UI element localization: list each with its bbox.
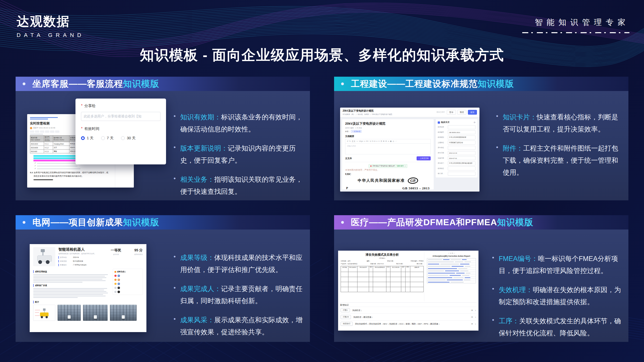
score-value: 95 分 (134, 248, 143, 253)
add-tag-button[interactable]: + 添加标签 (351, 130, 362, 133)
card-field: 标准状态 (438, 166, 475, 170)
field-input[interactable] (448, 166, 475, 170)
panel-medical-fmea: 医疗——产品研发DFMEA和PFMEA知识模版 潜在失效模式及后果分析 （PFM… (334, 215, 628, 342)
bullet-item: •知识有效期：标识该条业务的有效时间，确保活动信息的时效性。 (174, 111, 303, 135)
bullet-list: •知识有效期：标识该条业务的有效时间，确保活动信息的时效性。 •版本更新说明：记… (174, 111, 303, 205)
file-chip[interactable]: 20kV及以下变电所设计规范.pdf ✓ 解析成功 × (369, 164, 408, 168)
doc-caption-bar (30, 134, 43, 134)
row-chip[interactable]: 待添加行 (341, 322, 353, 326)
tag-row: 标签：+ 添加标签 (345, 130, 431, 133)
members-title: 成果完成人 (114, 270, 141, 273)
pfmea-title: 潜在失效模式及后果分析 (341, 253, 424, 257)
bullet-marker: • (174, 142, 176, 166)
radio-selected-icon[interactable] (81, 136, 85, 140)
chevron-right-icon[interactable]: › (475, 316, 476, 319)
field-input[interactable]: 中华人民共和国国家标准 (448, 135, 475, 140)
editor-area[interactable]: 请输入内容 (345, 143, 431, 154)
radio-option-30days[interactable]: 30 天 (121, 136, 136, 141)
panel-body: 20kV及以下变电所设计规范 GC成果库（周） ／ 待分组、待维护 ／ 20kV… (334, 91, 628, 200)
bullet-item: •失效机理：明确潜在失效的根本原因，为制定预防和改进措施提供依据。 (492, 284, 622, 308)
close-icon[interactable]: × (471, 309, 473, 312)
field-input[interactable] (448, 146, 475, 150)
remove-file-icon[interactable]: × (405, 165, 406, 167)
award-stat: 一等奖 获奖等级 (111, 248, 121, 266)
panel-customer-service: 坐席客服——客服流程知识模版 实时按需检测 更新于 2021-06-02 11:… (16, 77, 310, 200)
share-label: 分享给 (84, 104, 96, 108)
brand-logo-cn: 达观数据 (17, 13, 85, 30)
check-line: ✓ (34, 168, 112, 170)
gallery-label: 图片 (33, 301, 143, 303)
award-label: 获奖等级 (111, 253, 121, 256)
bullet-marker: • (492, 284, 494, 308)
draft-button[interactable]: 暂存 (447, 110, 456, 115)
field-input[interactable]: GB 50053-2013 (448, 130, 475, 134)
chevron-right-icon[interactable]: › (475, 323, 476, 325)
close-icon[interactable]: × (471, 322, 473, 325)
time-label: 有效时间 (84, 126, 99, 131)
field-input[interactable] (448, 125, 475, 129)
pfmea-subtitle: （PFMEA） (341, 257, 424, 259)
editor-toolbar[interactable]: ↺ ↻ 正文 ∨ 14px ∨ B I U S A ∨ ≡ ☰ ⊞ ⊟ ∞ ▦ … (345, 139, 431, 143)
app-content: 20kV及以下变电所设计规范 admin 编辑 · ⊙ 8 天前 标签：+ 添加… (340, 117, 479, 192)
avatar (117, 283, 120, 285)
bullet-item: •成果风采：展示成果亮点和实际成效，增强宣传效果，促进经验共享。 (174, 314, 303, 338)
score-label: 成果评审得分 (134, 253, 143, 256)
fmea-table: 过程功能潜在失效模式潜在失效后果SEV潜在失效原因/机理OCC现行过程控制DET… (341, 266, 424, 292)
fmea-row (341, 282, 424, 287)
panel-title-cyan: 知识模版 (123, 217, 159, 227)
bullet-item: •FMEA编号：唯一标识每个FMEA分析项目，便于追踪和管理风险管控过程。 (492, 253, 622, 277)
brand-tagline: 智能知识管理专家 (522, 17, 629, 33)
field-input[interactable] (448, 172, 475, 176)
pager: ‹1 / 5› (427, 252, 476, 254)
refresh-icon[interactable]: ⟳ (474, 121, 475, 124)
preview-button[interactable]: 预览 (457, 110, 466, 115)
fmea-row (341, 277, 424, 282)
upload-button[interactable]: ↑ 上传主文件 (417, 156, 431, 160)
radio-icon[interactable] (101, 136, 105, 140)
share-user-input[interactable]: 此处多选用户，分享给谁谁会收到【知 (81, 112, 160, 121)
pager-prev-icon[interactable]: ‹ (448, 252, 449, 254)
validity-radio-group: 1 天 7 天 30 天 (81, 136, 160, 141)
knowledge-card-header: 知识卡片 ⟳ (438, 121, 475, 124)
time-label-row: *有效时间 (81, 126, 160, 131)
col-header: 版本号Version Number (44, 135, 53, 142)
fmea-row (341, 272, 424, 277)
radio-option-7days[interactable]: 7 天 (101, 136, 114, 141)
panel-title-white: 电网——项目创新成果 (32, 217, 123, 227)
bullet-dot-icon (341, 82, 344, 85)
doc-meta-text: 更新于 2021-06-02 11:52:55 (33, 127, 55, 129)
radio-icon[interactable] (121, 136, 125, 140)
close-icon[interactable]: × (471, 315, 473, 319)
bullet-item: •版本更新说明：记录知识内容的变更历史，便于回复客户。 (174, 142, 303, 166)
document-editor-card: 20kV及以下变电所设计规范 admin 编辑 · ⊙ 8 天前 标签：+ 添加… (342, 119, 434, 190)
report-8d-doc: ‹1 / 5› 8 Disciplines(8D) Corrective Act… (426, 252, 476, 301)
avatar (117, 275, 120, 277)
bullet-marker: • (496, 142, 498, 178)
field-input[interactable]: 中华人民共和国住房和城乡建设部 (448, 161, 475, 165)
check-icon: ✓ (34, 165, 36, 167)
row-chip[interactable]: 行数1 (341, 308, 350, 312)
bullet-marker: • (174, 111, 176, 135)
bullet-list: •成果等级：体现科技成果的技术水平和应用价值，便于评估和推广优先级。 •成果完成… (174, 252, 303, 345)
chevron-right-icon[interactable]: › (475, 309, 476, 312)
col-header: 版本修订者Revision Author (53, 135, 69, 142)
row-chip[interactable]: 行数25 (341, 315, 351, 319)
doc-sections: 成果应用效益 成果推广价值 (33, 269, 110, 299)
field-input[interactable]: 2014-07-01 (448, 156, 475, 160)
breadcrumb[interactable]: GC成果库（周） ／ 待分组、待维护 ／ 20kV及以下变电所设计规范 (343, 113, 392, 116)
check-line: ✓ (34, 165, 112, 167)
knowledge-card: 知识卡片 ⟳ 标准名称 标准编号GB 50053-2013 标准级别中华人民共和… (436, 119, 477, 177)
saved-status: 更改已保存 (436, 111, 445, 113)
field-input[interactable]: 2013-12-19 (448, 151, 475, 155)
member-row: 2 (114, 279, 141, 281)
panel-title: 电网——项目创新成果知识模版 (32, 216, 159, 228)
pager-next-icon[interactable]: › (454, 252, 455, 254)
field-input[interactable]: 中国机械工业联合会 (448, 141, 475, 145)
watermark-text: 本资料限内部使用，严禁用于商业。 (345, 169, 431, 172)
new-knowledge-label: 新增知识 (340, 304, 476, 307)
radio-option-1day[interactable]: 1 天 (81, 136, 94, 141)
submit-button[interactable]: 提交 (468, 110, 477, 115)
col-header: 更新日期Date Updated (30, 135, 44, 142)
document-title: 20kV及以下变电所设计规范 (345, 121, 431, 126)
award-value: 一等奖 (111, 248, 121, 253)
